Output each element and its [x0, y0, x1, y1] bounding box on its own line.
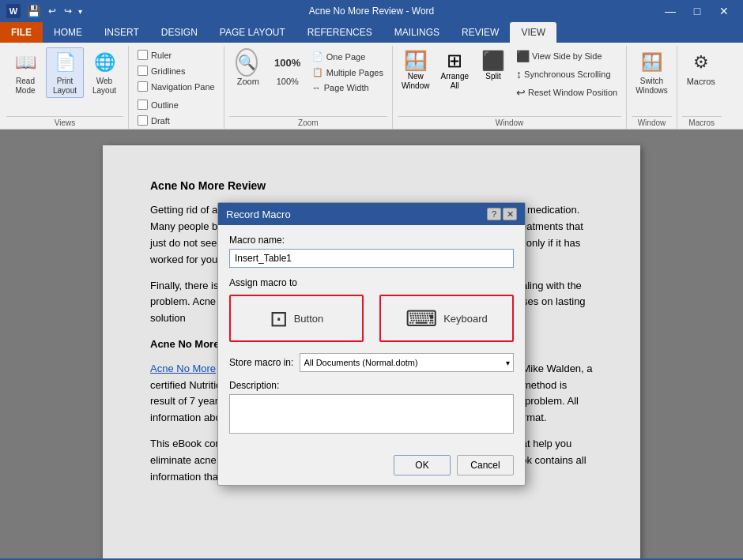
macros-button[interactable]: ⚙ Macros — [682, 47, 720, 88]
modal-help-button[interactable]: ? — [487, 208, 501, 220]
title-bar: W 💾 ↩ ↪ ▾ Acne No More Review - Word — □… — [0, 0, 743, 22]
button-assign-icon: ⊡ — [270, 306, 288, 332]
ribbon-group-macros: ⚙ Macros Macros — [679, 46, 726, 129]
draft-checkbox[interactable] — [138, 115, 148, 126]
zoom-button[interactable]: 🔍 Zoom — [229, 47, 267, 88]
button-assign-button[interactable]: ⊡ Button — [229, 295, 364, 342]
outline-label: Outline — [151, 100, 179, 110]
gridlines-checkbox-row[interactable]: Gridlines — [134, 63, 219, 78]
tab-review[interactable]: REVIEW — [451, 22, 510, 43]
page-width-label: Page Width — [324, 83, 369, 92]
views-group-label: Views — [6, 116, 123, 129]
ribbon-group-window: 🪟 NewWindow ⊞ ArrangeAll ⬛ Split ⬛ View … — [394, 46, 627, 129]
reset-window-position-button[interactable]: ↩ Reset Window Position — [512, 84, 621, 101]
reset-pos-icon: ↩ — [516, 86, 526, 99]
multiple-pages-icon: 📋 — [312, 67, 323, 77]
zoom-circle: 🔍 — [236, 48, 258, 77]
modal-overlay: Record Macro ? ✕ Macro name: Assign macr… — [0, 130, 743, 558]
macros-label: Macros — [687, 77, 715, 86]
arrange-all-label: ArrangeAll — [440, 72, 469, 91]
tab-mailings[interactable]: MAILINGS — [383, 22, 451, 43]
page-width-button[interactable]: ↔ Page Width — [308, 81, 387, 95]
tab-design[interactable]: DESIGN — [150, 22, 209, 43]
keyboard-assign-button[interactable]: ⌨ Keyboard — [379, 295, 514, 342]
show-options: Ruler Gridlines Navigation Pane Outline — [134, 47, 219, 128]
outline-checkbox[interactable] — [138, 100, 148, 110]
switch-windows-button[interactable]: 🪟 SwitchWindows — [632, 47, 672, 98]
read-mode-label: ReadMode — [15, 77, 35, 96]
zoom-percent-button[interactable]: 100% 100% — [269, 47, 307, 88]
read-mode-button[interactable]: 📖 ReadMode — [6, 47, 44, 98]
web-layout-label: WebLayout — [92, 77, 116, 96]
outline-checkbox-row[interactable]: Outline — [134, 97, 219, 112]
minimize-button[interactable]: — — [658, 0, 683, 22]
ruler-label: Ruler — [151, 51, 172, 60]
assign-macro-label: Assign macro to — [229, 277, 514, 288]
tab-page-layout[interactable]: PAGE LAYOUT — [209, 22, 296, 43]
draft-checkbox-row[interactable]: Draft — [134, 113, 219, 128]
one-page-button[interactable]: 📄 One Page — [308, 49, 387, 64]
ribbon-group-show: Ruler Gridlines Navigation Pane Outline — [130, 46, 224, 129]
read-mode-icon: 📖 — [13, 50, 38, 75]
tab-insert[interactable]: INSERT — [93, 22, 150, 43]
cancel-button[interactable]: Cancel — [457, 455, 514, 475]
switch-windows-label: SwitchWindows — [636, 77, 668, 96]
zoom-pct-label: 100% — [277, 77, 299, 86]
store-selected-value: All Documents (Normal.dotm) — [304, 358, 417, 367]
switch-content: 🪟 SwitchWindows — [632, 46, 672, 115]
description-label: Description: — [229, 380, 514, 391]
quick-undo[interactable]: ↩ — [48, 6, 56, 17]
customize-access[interactable]: ▾ — [78, 7, 82, 16]
modal-close-button[interactable]: ✕ — [503, 208, 517, 220]
sync-scroll-label: Synchronous Scrolling — [524, 70, 610, 79]
ribbon-body: 📖 ReadMode 📄 PrintLayout 🌐 WebLayout Vie… — [0, 43, 743, 130]
split-button[interactable]: ⬛ Split — [476, 47, 511, 84]
window-group-label: Window — [398, 116, 621, 129]
nav-pane-checkbox[interactable] — [138, 81, 148, 92]
view-side-by-side-icon: ⬛ — [516, 50, 530, 62]
print-layout-button[interactable]: 📄 PrintLayout — [46, 47, 84, 98]
tab-references[interactable]: REFERENCES — [296, 22, 383, 43]
draft-label: Draft — [151, 116, 170, 126]
gridlines-checkbox[interactable] — [138, 66, 148, 76]
ruler-checkbox[interactable] — [138, 50, 148, 60]
zoom-label: Zoom — [237, 77, 259, 86]
ribbon-group-views: 📖 ReadMode 📄 PrintLayout 🌐 WebLayout Vie… — [3, 46, 129, 129]
new-window-button[interactable]: 🪟 NewWindow — [398, 47, 434, 93]
close-button[interactable]: ✕ — [711, 0, 737, 22]
description-input[interactable] — [229, 394, 514, 434]
tab-file[interactable]: FILE — [0, 22, 43, 43]
new-window-icon: 🪟 — [404, 50, 428, 72]
views-buttons: 📖 ReadMode 📄 PrintLayout 🌐 WebLayout — [6, 46, 123, 115]
arrange-all-button[interactable]: ⊞ ArrangeAll — [436, 47, 473, 93]
reset-pos-label: Reset Window Position — [528, 88, 617, 97]
web-layout-button[interactable]: 🌐 WebLayout — [85, 47, 123, 98]
multiple-pages-button[interactable]: 📋 Multiple Pages — [308, 65, 387, 80]
store-macro-select[interactable]: All Documents (Normal.dotm) ▾ — [300, 353, 514, 372]
window-controls: — □ ✕ — [658, 0, 737, 22]
button-assign-label: Button — [294, 313, 324, 325]
show-checkboxes: Ruler Gridlines Navigation Pane Outline — [134, 46, 219, 128]
arrange-all-icon: ⊞ — [447, 50, 462, 72]
synchronous-scrolling-button[interactable]: ↕ Synchronous Scrolling — [512, 66, 621, 83]
quick-save[interactable]: 💾 — [27, 5, 40, 17]
keyboard-assign-label: Keyboard — [443, 313, 488, 325]
tab-home[interactable]: HOME — [43, 22, 93, 43]
quick-redo[interactable]: ↪ — [64, 6, 72, 17]
view-side-by-side-label: View Side by Side — [532, 51, 602, 61]
word-icon: W — [6, 4, 21, 18]
view-side-by-side-button[interactable]: ⬛ View Side by Side — [512, 47, 621, 65]
restore-button[interactable]: □ — [685, 0, 710, 22]
zoom-pct-icon: 100% — [275, 50, 300, 75]
nav-pane-label: Navigation Pane — [151, 82, 215, 92]
ok-button[interactable]: OK — [394, 455, 451, 475]
macros-group-label: Macros — [682, 116, 722, 129]
macro-name-input[interactable] — [229, 249, 514, 268]
web-layout-icon: 🌐 — [92, 50, 117, 75]
ribbon-group-switch: 🪟 SwitchWindows Window — [628, 46, 677, 129]
store-macro-row: Store macro in: All Documents (Normal.do… — [229, 353, 514, 372]
tab-view[interactable]: VIEW — [510, 22, 556, 43]
new-window-label: NewWindow — [402, 72, 430, 91]
ruler-checkbox-row[interactable]: Ruler — [134, 47, 219, 62]
nav-pane-checkbox-row[interactable]: Navigation Pane — [134, 79, 219, 94]
